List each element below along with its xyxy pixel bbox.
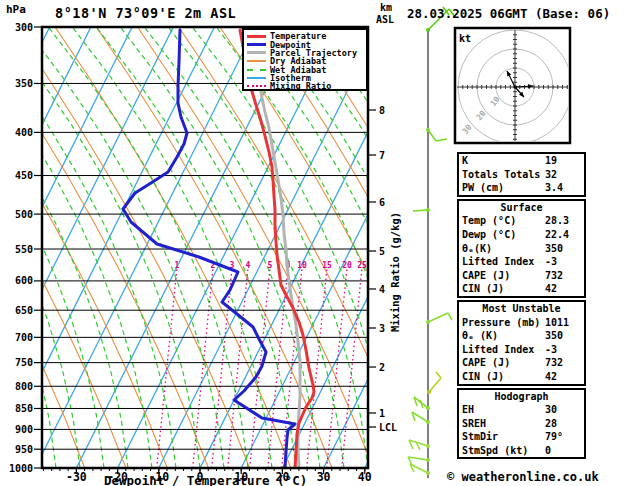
pressure-tick-label: 400: [15, 127, 33, 138]
mixing-ratio-value-label: 4: [246, 261, 251, 270]
wind-barb: [426, 128, 447, 141]
stat-value: 1011: [545, 316, 581, 330]
stat-value: 28.3: [545, 214, 581, 228]
mixing-ratio-value-label: 20: [342, 261, 352, 270]
stat-value: -3: [545, 255, 581, 269]
stat-value: 42: [545, 282, 581, 296]
station-title: 8°18'N 73°09'E 2m ASL: [55, 5, 236, 21]
km-tick-label: 3: [379, 323, 385, 334]
altitude-axis-unit-km: km: [380, 2, 392, 13]
stat-value: 30: [545, 403, 581, 417]
stat-label: CIN (J): [462, 370, 504, 384]
stats-row: CAPE (J)732: [462, 356, 581, 370]
stat-label: K: [462, 154, 468, 168]
wind-barb: [426, 313, 452, 324]
copyright-footer: © weatheronline.co.uk: [447, 470, 599, 484]
pressure-tick-label: 350: [15, 78, 33, 89]
stat-label: Lifted Index: [462, 343, 534, 357]
dashed-line-swatch-icon: [247, 69, 266, 71]
mixing-ratio-axis-label: Mixing Ratio (g/kg): [389, 212, 401, 332]
wind-barb: [410, 464, 430, 475]
km-tick-label: 4: [379, 284, 385, 295]
stat-value: 350: [545, 242, 581, 256]
mixing-ratio-value-label: 15: [322, 261, 332, 270]
stats-row: CAPE (J)732: [462, 269, 581, 283]
mixing-ratio-value-label: 5: [268, 261, 273, 270]
mixing-ratio-line: [342, 268, 362, 468]
dotted-line-swatch-icon: [247, 85, 266, 87]
isotherm-line: [0, 27, 91, 468]
wet-adiabat-line: [264, 27, 464, 468]
wind-barb-feather: [408, 457, 428, 460]
km-tick-label: 5: [379, 246, 385, 257]
stat-label: PW (cm): [462, 181, 504, 195]
altitude-axis-unit-asl: ASL: [376, 14, 394, 25]
km-tick-label: 1: [379, 408, 385, 419]
stat-value: 22.4: [545, 228, 581, 242]
solid-line-swatch-icon: [247, 77, 266, 79]
stat-label: Totals Totals: [462, 168, 540, 182]
isotherm-line: [241, 27, 462, 468]
wind-barb-feather: [429, 378, 441, 392]
stat-label: CAPE (J): [462, 269, 510, 283]
pressure-tick-label: 800: [15, 381, 33, 392]
legend-item-label: Mixing Ratio: [270, 82, 331, 90]
stats-row: Totals Totals32: [462, 168, 581, 182]
stat-label: θₑ(K): [462, 242, 492, 256]
stats-table-title: Surface: [462, 201, 581, 215]
solid-line-swatch-icon: [247, 60, 266, 62]
pressure-tick-label: 750: [15, 357, 33, 368]
stats-row: PW (cm)3.4: [462, 181, 581, 195]
pressure-tick-label: 300: [15, 22, 33, 33]
stat-value: 32: [545, 168, 581, 182]
stat-label: CIN (J): [462, 282, 504, 296]
stat-label: StmSpd (kt): [462, 444, 528, 458]
solid-line-swatch-icon: [247, 43, 266, 46]
stats-table: HodographEH30SREH28StmDir79°StmSpd (kt)0: [457, 388, 586, 460]
stats-table-title: Hodograph: [462, 390, 581, 404]
stats-row: CIN (J)42: [462, 370, 581, 384]
stat-label: Pressure (mb): [462, 316, 540, 330]
stats-row: Temp (°C)28.3: [462, 214, 581, 228]
wind-barb: [412, 412, 430, 424]
wind-barb-feather: [436, 139, 447, 141]
isotherm-line: [0, 27, 9, 468]
pressure-tick-label: 500: [15, 209, 33, 220]
stat-value: -3: [545, 343, 581, 357]
stats-row: CIN (J)42: [462, 282, 581, 296]
temp-tick-label: 40: [358, 470, 372, 484]
wind-barb: [409, 440, 430, 450]
skewt-sounding-page: 1234561015202530035040045050055060065070…: [0, 0, 629, 486]
hodograph-unit-label: kt: [459, 33, 471, 44]
pressure-tick-label: 550: [15, 244, 33, 255]
stat-label: Lifted Index: [462, 255, 534, 269]
legend-item-label: Dry Adiabat: [270, 57, 326, 65]
stat-value: 3.4: [545, 181, 581, 195]
stats-row: K19: [462, 154, 581, 168]
lcl-label: LCL: [379, 422, 397, 433]
hodograph: 102030kt: [455, 28, 572, 144]
pressure-tick-label: 900: [15, 424, 33, 435]
stats-row: EH30: [462, 403, 581, 417]
stats-table-title: Most Unstable: [462, 302, 581, 316]
wind-barb: [427, 372, 441, 394]
mixing-ratio-line: [327, 268, 347, 468]
km-tick-label: 7: [379, 150, 385, 161]
wind-barb-feather: [436, 372, 441, 378]
legend-item-label: Temperature: [270, 32, 326, 40]
wet-adiabat-line: [0, 27, 8, 468]
solid-line-swatch-icon: [247, 35, 266, 38]
stat-value: 19: [545, 154, 581, 168]
wet-adiabat-line: [240, 27, 440, 468]
pressure-tick-label: 850: [15, 403, 33, 414]
stats-panel: K19Totals Totals32PW (cm)3.4SurfaceTemp …: [457, 152, 586, 461]
wind-barb-feather: [428, 313, 448, 322]
pressure-tick-label: 600: [15, 275, 33, 286]
wind-barb: [413, 208, 430, 212]
stat-label: Temp (°C): [462, 214, 516, 228]
mixing-ratio-value-label: 25: [357, 261, 367, 270]
wind-barb-feather: [413, 210, 428, 211]
stat-label: θₑ (K): [462, 329, 498, 343]
km-tick-label: 6: [379, 197, 385, 208]
temp-tick-label: -30: [66, 470, 87, 484]
